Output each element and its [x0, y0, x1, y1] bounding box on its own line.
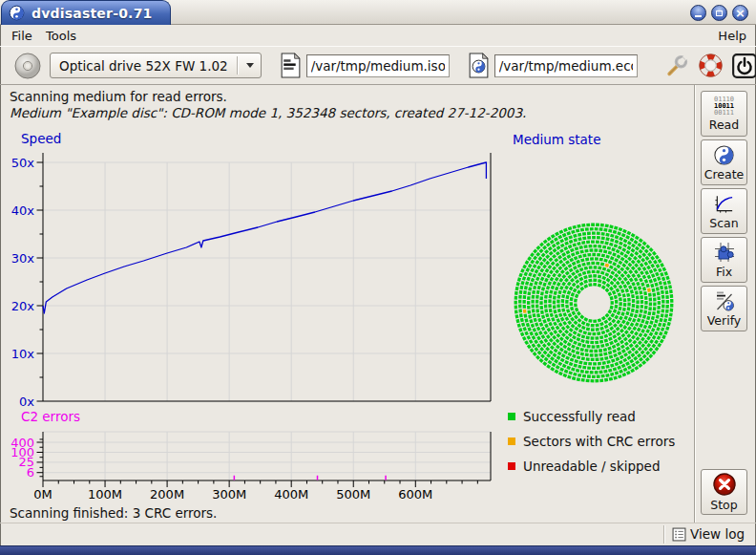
- svg-text:200M: 200M: [150, 487, 184, 502]
- medium-state-legend: Successfully read Sectors with CRC error…: [508, 409, 675, 483]
- maximize-button[interactable]: [711, 5, 727, 21]
- svg-text:40x: 40x: [11, 203, 35, 218]
- binary-yinyang-compare-icon: [713, 289, 736, 312]
- svg-text:100M: 100M: [88, 487, 122, 502]
- svg-text:Speed: Speed: [21, 131, 61, 146]
- svg-text:10x: 10x: [11, 347, 35, 361]
- scan-button[interactable]: Scan: [701, 188, 747, 234]
- create-button[interactable]: Create: [701, 139, 747, 185]
- menu-file[interactable]: File: [8, 28, 36, 44]
- scan-label: Scan: [709, 216, 738, 230]
- drive-selector-dropdown[interactable]: Optical drive 52X FW 1.02: [50, 53, 262, 78]
- window-controls: ×: [690, 5, 748, 21]
- medium-state-disc-map: [506, 215, 682, 391]
- svg-text:C2 errors: C2 errors: [21, 409, 80, 424]
- cd-drive-icon: [13, 52, 42, 80]
- app-window: dvdisaster-0.71 × File Tools Help Optica…: [0, 0, 756, 555]
- speed-curve-icon: [713, 193, 735, 215]
- legend-swatch-green: [508, 413, 515, 420]
- legend-label: Sectors with CRC errors: [523, 434, 675, 449]
- iso-file-icon: [281, 53, 301, 78]
- fix-label: Fix: [716, 265, 732, 279]
- statusbar-separator: [663, 525, 664, 544]
- minimize-button[interactable]: [690, 5, 706, 21]
- menu-help[interactable]: Help: [714, 28, 750, 44]
- scan-result-text: Scanning finished: 3 CRC errors.: [10, 505, 217, 521]
- status-line-action: Scanning medium for read errors.: [10, 89, 227, 104]
- svg-text:400: 400: [10, 436, 34, 450]
- stop-button[interactable]: Stop: [701, 469, 747, 515]
- app-yinyang-icon: [9, 5, 25, 21]
- title-tab[interactable]: dvdisaster-0.71: [1, 0, 171, 25]
- legend-label: Unreadable / skipped: [523, 459, 660, 474]
- minimize-icon: [695, 15, 702, 17]
- window-bottom-border: [0, 545, 756, 555]
- svg-text:300M: 300M: [212, 487, 246, 502]
- drive-selector-value: Optical drive 52X FW 1.02: [59, 58, 228, 74]
- status-line-medium-info: Medium "Example disc": CD-ROM mode 1, 35…: [10, 105, 526, 120]
- read-button[interactable]: 011101001100111 Read: [701, 91, 747, 137]
- window-title: dvdisaster-0.71: [32, 6, 153, 21]
- quit-power-icon[interactable]: [731, 53, 756, 79]
- svg-text:0M: 0M: [33, 487, 52, 502]
- maximize-icon: [716, 11, 723, 16]
- toolbar: Optical drive 52X FW 1.02: [0, 46, 756, 85]
- titlebar: dvdisaster-0.71 ×: [0, 0, 756, 25]
- svg-text:30x: 30x: [11, 251, 35, 266]
- legend-swatch-red: [508, 462, 515, 470]
- svg-text:20x: 20x: [11, 299, 35, 313]
- view-log-label: View log: [690, 526, 745, 542]
- yin-yang-icon: [713, 144, 735, 166]
- combo-separator: [237, 56, 238, 75]
- medium-state-title: Medium state: [513, 132, 600, 147]
- ecc-path-input[interactable]: [494, 54, 638, 77]
- iso-path-input[interactable]: [306, 54, 450, 77]
- read-label: Read: [709, 117, 739, 132]
- close-icon: ×: [735, 7, 746, 19]
- svg-text:500M: 500M: [336, 487, 370, 502]
- legend-item-crc: Sectors with CRC errors: [508, 434, 675, 449]
- help-lifebuoy-icon[interactable]: [698, 53, 724, 78]
- view-log-button[interactable]: View log: [672, 526, 745, 542]
- svg-text:600M: 600M: [398, 487, 432, 502]
- legend-swatch-orange: [508, 438, 515, 445]
- sidebar-separator: [694, 85, 695, 523]
- stop-icon: [712, 472, 737, 497]
- menu-tools[interactable]: Tools: [42, 28, 80, 44]
- verify-label: Verify: [707, 313, 741, 328]
- legend-item-unreadable: Unreadable / skipped: [508, 459, 675, 474]
- legend-label: Successfully read: [523, 409, 636, 424]
- puzzle-grid-icon: [713, 241, 736, 264]
- chevron-down-icon: [246, 63, 254, 68]
- ecc-file-icon: [469, 53, 489, 78]
- fix-button[interactable]: Fix: [701, 237, 747, 283]
- legend-item-ok: Successfully read: [508, 409, 675, 424]
- stop-label: Stop: [710, 498, 737, 512]
- binary-rows-icon: 011101001100111: [714, 96, 734, 117]
- svg-text:0x: 0x: [19, 395, 34, 409]
- close-button[interactable]: ×: [732, 5, 748, 21]
- log-list-icon: [672, 527, 686, 542]
- statusbar: [0, 523, 756, 545]
- preferences-wrench-icon[interactable]: [664, 53, 690, 78]
- svg-text:50x: 50x: [11, 156, 35, 170]
- svg-text:400M: 400M: [274, 487, 308, 502]
- menubar: File Tools Help: [0, 26, 756, 45]
- create-label: Create: [704, 167, 745, 181]
- verify-button[interactable]: Verify: [701, 286, 747, 331]
